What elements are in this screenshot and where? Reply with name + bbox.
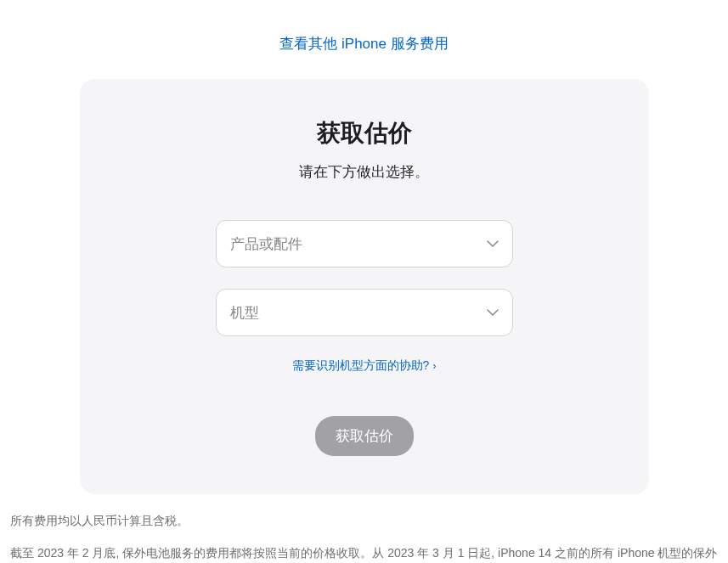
model-select-placeholder: 机型	[230, 303, 259, 323]
footer-line2-part1: 截至 2023 年 2 月底, 保外电池服务的费用都将按照当前的价格收取。从 2…	[10, 546, 717, 563]
help-identify-link[interactable]: 需要识别机型方面的协助?›	[292, 358, 437, 372]
help-link-label: 需要识别机型方面的协助?	[292, 358, 430, 372]
product-select-placeholder: 产品或配件	[230, 234, 302, 254]
chevron-right-icon: ›	[432, 360, 436, 372]
footer-text: 所有费用均以人民币计算且含税。 截至 2023 年 2 月底, 保外电池服务的费…	[8, 494, 720, 563]
card-title: 获取估价	[97, 117, 632, 149]
model-select[interactable]: 机型	[216, 289, 513, 336]
chevron-down-icon	[487, 309, 499, 316]
footer-line1: 所有费用均以人民币计算且含税。	[10, 511, 718, 532]
product-select-wrapper: 产品或配件	[216, 220, 513, 267]
top-link-wrapper: 查看其他 iPhone 服务费用	[8, 0, 720, 79]
card-subtitle: 请在下方做出选择。	[97, 162, 632, 182]
other-services-link[interactable]: 查看其他 iPhone 服务费用	[279, 36, 448, 52]
chevron-down-icon	[487, 240, 499, 247]
model-select-wrapper: 机型	[216, 289, 513, 336]
estimate-card: 获取估价 请在下方做出选择。 产品或配件 机型 需要识别机型方面的协助?›	[80, 79, 649, 494]
page-container: 查看其他 iPhone 服务费用 获取估价 请在下方做出选择。 产品或配件 机型	[0, 0, 728, 563]
get-estimate-button[interactable]: 获取估价	[315, 416, 414, 456]
help-link-wrapper: 需要识别机型方面的协助?›	[97, 358, 632, 374]
product-select[interactable]: 产品或配件	[216, 220, 513, 267]
footer-line2: 截至 2023 年 2 月底, 保外电池服务的费用都将按照当前的价格收取。从 2…	[10, 543, 718, 563]
